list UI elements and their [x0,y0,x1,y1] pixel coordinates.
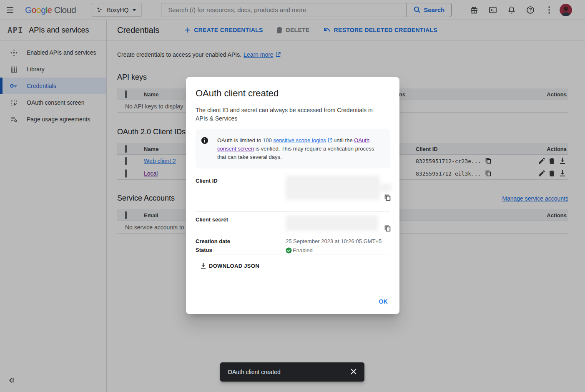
status-label: Status [196,245,286,254]
info-text-part: until the [332,137,354,143]
toast-message: OAuth client created [228,369,281,375]
info-icon [201,137,208,161]
client-id-label: Client ID [196,172,286,211]
status-row: Status Enabled [196,245,390,254]
creation-date-value: 25 September 2023 at 10:26:05 GMT+5 [286,236,390,244]
info-text: OAuth is limited to 100 sensitive scope … [217,136,383,161]
check-circle-icon [286,247,292,254]
client-details: Client ID Client secret [196,172,390,254]
dialog-description: The client ID and secret can always be a… [196,106,379,123]
client-secret-value-area [286,212,390,235]
oauth-client-created-dialog: OAuth client created The client ID and s… [186,77,399,314]
client-secret-label: Client secret [196,212,286,235]
client-id-redacted [286,176,380,200]
creation-date-label: Creation date [196,236,286,244]
copy-icon[interactable] [384,225,391,231]
copy-icon[interactable] [384,194,391,201]
client-id-value-area [286,172,390,211]
client-id-row: Client ID [196,172,390,211]
client-id-redacted [379,184,392,191]
info-banner: OAuth is limited to 100 sensitive scope … [196,129,390,168]
sensitive-scope-logins-link[interactable]: sensitive scope logins [273,137,326,143]
download-json-label: DOWNLOAD JSON [209,263,259,269]
status-badge: Enabled [293,247,313,254]
google-cloud-console: Google Cloud BoxyHQ Search [0,0,585,392]
client-secret-row: Client secret [196,211,390,235]
client-secret-redacted [286,216,378,231]
external-link-icon [328,138,332,143]
download-icon [201,263,206,269]
close-icon[interactable] [350,368,358,376]
download-json-button[interactable]: DOWNLOAD JSON [196,258,264,273]
ok-button[interactable]: OK [374,295,392,308]
toast-notification: OAuth client created [220,362,364,382]
creation-date-row: Creation date 25 September 2023 at 10:26… [196,235,390,245]
dialog-title: OAuth client created [196,88,390,99]
info-text-part: OAuth is limited to 100 [217,137,273,143]
